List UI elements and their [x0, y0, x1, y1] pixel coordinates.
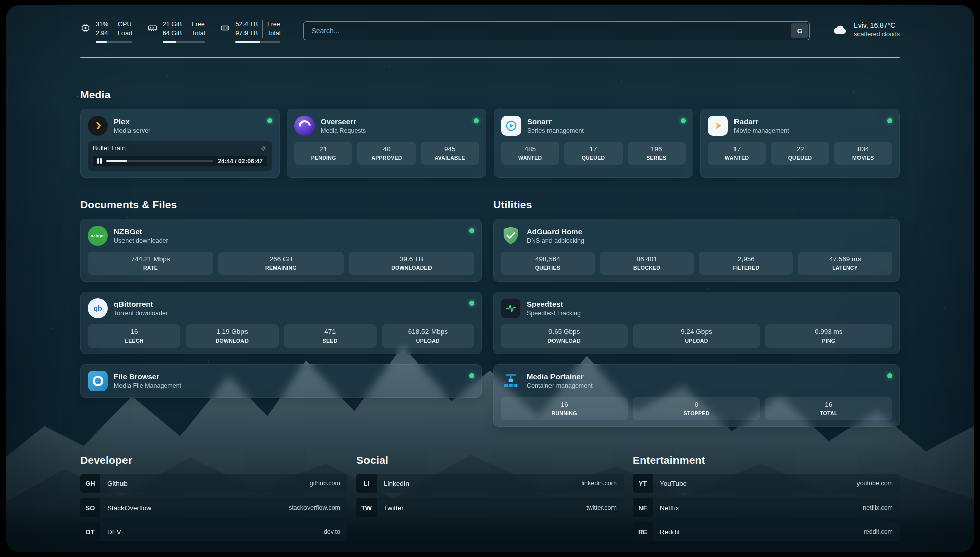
stat-stopped: 0 STOPPED: [633, 397, 760, 420]
disk-total-value: 97.9 TB: [235, 29, 262, 38]
bookmark-abbr: TW: [356, 498, 377, 517]
qbittorrent-icon: qb: [88, 298, 108, 318]
section-title-media: Media: [80, 89, 900, 101]
service-card-plex[interactable]: Plex Media server Bullet Train: [80, 109, 280, 178]
bookmark-abbr: DT: [80, 522, 100, 541]
stat-upload: 9.24 Gbps UPLOAD: [633, 324, 760, 348]
bookmark-name: Reddit: [660, 528, 680, 536]
memory-usage-widget: 21 GiB Free 64 GiB Total: [147, 20, 205, 43]
bookmark-url: dev.to: [324, 528, 347, 535]
dashboard: 31% CPU 2.94 Load 21 GiB Free 64 GiB: [6, 5, 974, 552]
service-subtitle: Torrent downloader: [114, 310, 168, 317]
bookmark-url: github.com: [310, 480, 347, 487]
bookmark-abbr: RE: [633, 522, 653, 541]
snow-specks: [6, 5, 7, 6]
service-card-filebrowser[interactable]: File Browser Media File Management: [80, 364, 482, 398]
status-dot: [469, 228, 474, 233]
service-card-nzbget[interactable]: nzbget NZBGet Usenet downloader 744.21 M…: [80, 219, 482, 282]
search-engine-button[interactable]: G: [791, 23, 808, 38]
nzbget-icon: nzbget: [88, 226, 108, 246]
stat-pending: 21 PENDING: [294, 142, 352, 165]
stat-remaining: 266 GB REMAINING: [218, 252, 344, 275]
service-subtitle: Media Requests: [321, 127, 366, 134]
service-subtitle: Media server: [114, 127, 150, 134]
stat-upload: 618.52 Mbps UPLOAD: [382, 324, 474, 348]
status-dot: [474, 118, 479, 123]
cpu-load-label: Load: [113, 29, 132, 38]
app-window: 31% CPU 2.94 Load 21 GiB Free 64 GiB: [0, 0, 980, 557]
stat-available: 945 AVAILABLE: [421, 142, 479, 165]
service-card-portainer[interactable]: Media Portainer Container management 16 …: [493, 364, 900, 427]
bookmark-name: Twitter: [384, 504, 404, 512]
bookmark-linkedin[interactable]: LI LinkedIn linkedin.com: [356, 474, 624, 493]
bookmark-dev[interactable]: DT DEV dev.to: [80, 522, 347, 541]
top-bar: 31% CPU 2.94 Load 21 GiB Free 64 GiB: [80, 5, 900, 43]
bookmark-twitter[interactable]: TW Twitter twitter.com: [356, 498, 624, 517]
bookmark-group-developer: Developer GH Github github.com SO StackO…: [80, 454, 347, 546]
bookmark-name: YouTube: [660, 480, 687, 487]
section-documents: Documents & Files nzbget NZBGet Usenet d…: [80, 199, 482, 427]
stat-ping: 0.993 ms PING: [765, 324, 892, 348]
service-name: Speedtest: [527, 300, 581, 308]
service-card-speedtest[interactable]: Speedtest Speedtest Tracking 9.65 Gbps D…: [493, 292, 900, 354]
section-title-developer: Developer: [80, 454, 347, 466]
playback-progress-bar: [106, 160, 213, 162]
bookmark-netflix[interactable]: NF Netflix netflix.com: [633, 498, 900, 517]
disk-icon: [220, 23, 230, 43]
service-card-radarr[interactable]: Radarr Movie management 17 WANTED 2: [700, 109, 900, 178]
stat-series: 196 SERIES: [628, 142, 686, 165]
service-card-sonarr[interactable]: Sonarr Series management 485 WANTED: [494, 109, 693, 178]
bookmark-url: twitter.com: [586, 504, 624, 511]
bookmark-url: stackoverflow.com: [289, 504, 347, 511]
stat-download: 9.65 Gbps DOWNLOAD: [501, 324, 628, 348]
stat-running: 16 RUNNING: [501, 397, 628, 420]
stat-download: 1.19 Gbps DOWNLOAD: [186, 324, 278, 348]
disk-usage-widget: 52.4 TB Free 97.9 TB Total: [220, 20, 280, 43]
service-name: qBittorrent: [114, 300, 168, 308]
adguard-icon: [501, 226, 521, 246]
stat-downloaded: 39.6 TB DOWNLOADED: [349, 252, 474, 275]
section-title-utilities: Utilities: [493, 199, 900, 211]
stat-rate: 744.21 Mbps RATE: [88, 252, 213, 275]
section-title-documents: Documents & Files: [80, 199, 482, 211]
cpu-usage-value: 31%: [96, 20, 113, 29]
search-bar: G: [303, 21, 810, 40]
service-subtitle: Usenet downloader: [114, 237, 168, 244]
cpu-usage-widget: 31% CPU 2.94 Load: [80, 20, 132, 43]
speedtest-icon: [501, 298, 521, 318]
service-name: AdGuard Home: [527, 227, 584, 236]
overseerr-icon: [294, 116, 315, 136]
section-utilities: Utilities AdGuard Home DNS and adblockin…: [493, 199, 900, 427]
stat-latency: 47.569 ms LATENCY: [798, 252, 892, 275]
stat-wanted: 485 WANTED: [501, 142, 559, 165]
stat-queued: 17 QUEUED: [564, 142, 622, 165]
service-card-qbittorrent[interactable]: qb qBittorrent Torrent downloader 16: [80, 292, 482, 354]
stat-total: 16 TOTAL: [765, 397, 892, 420]
bookmark-youtube[interactable]: YT YouTube youtube.com: [633, 474, 900, 493]
bookmark-abbr: YT: [633, 474, 653, 493]
memory-usage-bar: [163, 41, 205, 43]
service-subtitle: Media File Management: [114, 382, 181, 389]
service-name: Sonarr: [527, 117, 584, 126]
stat-approved: 40 APPROVED: [357, 142, 415, 165]
bookmark-url: reddit.com: [864, 528, 900, 535]
pause-button[interactable]: [97, 157, 102, 165]
memory-free-label: Free: [187, 20, 205, 29]
service-subtitle: Container management: [527, 382, 593, 389]
header-divider: [80, 57, 900, 58]
service-card-overseerr[interactable]: Overseerr Media Requests 21 PENDING: [287, 109, 486, 178]
search-input[interactable]: [303, 21, 810, 40]
bookmark-stackoverflow[interactable]: SO StackOverflow stackoverflow.com: [80, 498, 347, 517]
weather-location: Lviv, 16.87°C: [854, 21, 900, 29]
bookmark-reddit[interactable]: RE Reddit reddit.com: [633, 522, 900, 541]
disk-usage-bar: [235, 41, 280, 43]
settings-gear-icon[interactable]: [260, 145, 267, 152]
status-dot: [681, 118, 686, 123]
stat-filtered: 2,956 FILTERED: [699, 252, 793, 275]
weather-condition: scattered clouds: [854, 31, 900, 38]
bookmark-abbr: GH: [80, 474, 100, 493]
bookmark-github[interactable]: GH Github github.com: [80, 474, 347, 493]
status-dot: [267, 118, 272, 123]
service-card-adguard[interactable]: AdGuard Home DNS and adblocking 498,564 …: [493, 219, 900, 282]
service-subtitle: Series management: [527, 127, 584, 134]
